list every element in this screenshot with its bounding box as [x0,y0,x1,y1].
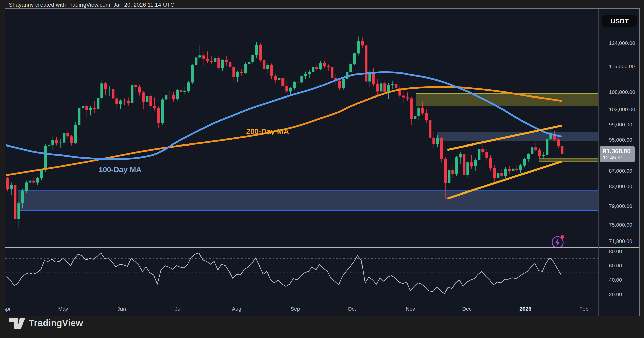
candle [210,56,213,64]
candle [10,183,13,196]
resistance-zone-upper[interactable] [416,93,599,106]
candle [512,167,514,174]
candle [459,152,462,164]
candle [236,71,239,82]
candle [66,131,69,139]
candle [40,169,43,180]
candle [82,100,84,112]
candle [278,75,280,83]
candle [493,165,496,183]
chart-window[interactable]: 124,000.00116,000.00108,000.00103,000.00… [5,8,640,316]
flash-snapshot-icon[interactable] [552,235,564,248]
candle [515,165,518,172]
candle [142,91,145,109]
symbol-badge: USDT [602,15,637,27]
price-axis-label: 116,000.00 [609,63,635,69]
price-axis-label: 71,800.00 [609,238,632,244]
page: Shayannv created with TradingView.com, J… [0,0,644,338]
candle [308,70,311,78]
time-axis-label: 2026 [519,306,531,312]
price-axis[interactable]: 124,000.00116,000.00108,000.00103,000.00… [609,40,635,297]
candle [251,54,254,64]
pane-divider[interactable] [5,247,639,248]
attribution-watermark: Shayannv created with TradingView.com, J… [9,2,174,8]
candle [183,87,186,95]
candle [478,148,480,162]
candle [74,122,77,144]
candle [119,100,122,109]
candle [357,37,360,56]
candle [297,77,299,85]
candle [455,156,458,176]
candle [112,84,114,99]
candle [500,169,503,179]
candle [429,117,431,141]
price-axis-label: 87,000.00 [609,168,632,174]
candle [244,62,247,74]
candle [127,97,130,106]
candle [508,166,511,174]
candle [225,56,228,66]
candle [93,101,96,113]
candle [172,92,175,102]
chart-canvas[interactable]: 124,000.00116,000.00108,000.00103,000.00… [5,9,639,316]
candle [376,79,379,96]
candle [266,63,269,73]
candle [361,37,364,48]
candle [470,155,473,168]
time-axis[interactable]: AprMayJunJulAugSepOctNovDec2026Feb [5,306,588,312]
candle [259,43,262,62]
candle [319,61,322,70]
candle [97,95,99,110]
bar-countdown: 12:45:51 [603,155,635,161]
candle [206,51,209,63]
time-axis-label: May [58,306,68,312]
candle [17,201,20,228]
candle [14,183,16,228]
candle [6,177,9,191]
candle [463,153,465,184]
candle [451,165,454,178]
rsi-axis-label: 80.00 [609,248,622,254]
time-axis-label: Jul [175,306,182,312]
candle [217,56,220,70]
rsi-pane[interactable] [5,253,599,294]
candle [104,82,107,95]
candle [414,107,416,124]
candle [138,85,141,95]
candle [123,98,126,105]
rsi-axis-label: 40.00 [609,277,622,283]
price-axis-label: 79,000.00 [609,203,632,209]
support-zone-small[interactable] [539,158,599,161]
candle [323,61,326,68]
candle [78,105,80,126]
resistance-zone-mid[interactable] [437,132,599,141]
candle [504,167,507,178]
last-price-label: 91,368.00 12:45:51 [600,146,635,162]
rsi-axis-label: 20.00 [609,291,622,297]
candle [32,177,35,184]
time-axis-label: Nov [406,306,415,312]
candle [221,59,224,71]
time-axis-label: Apr [5,306,11,312]
last-price-value: 91,368.00 [603,148,635,155]
price-axis-label: 95,000.00 [609,137,632,143]
candle [198,45,201,59]
candle [51,136,54,150]
candle [331,66,333,80]
price-axis-label: 124,000.00 [609,40,635,46]
candle [440,137,443,162]
candle [232,66,235,81]
candle [372,68,375,86]
candle [489,155,492,171]
candle [289,87,292,95]
candle [315,64,318,71]
candle [410,97,413,125]
candle [312,66,314,75]
candle [29,176,31,186]
candle [146,93,148,106]
candle [263,58,265,70]
support-zone-lower[interactable] [18,191,599,210]
price-pane[interactable] [6,37,599,248]
candle [115,95,118,109]
